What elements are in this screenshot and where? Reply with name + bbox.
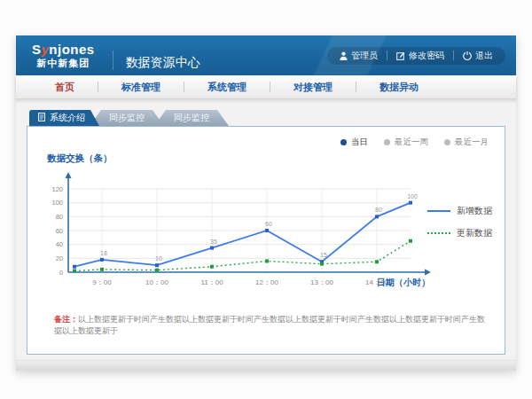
- user-menu: 管理员 修改密码 退出: [327, 47, 505, 65]
- point-label: 15: [320, 252, 327, 258]
- data-point: [73, 265, 76, 269]
- logo-text: Synjones: [32, 43, 95, 57]
- legend-item-updated-data: 更新数据: [427, 227, 492, 239]
- data-point: [100, 258, 104, 262]
- filter-label: 当日: [351, 137, 368, 148]
- y-tick-label: 20: [56, 254, 63, 262]
- x-tick-label: 13：00: [310, 278, 333, 286]
- data-point: [375, 215, 379, 218]
- footnote: 备注：以上数据更新于时间产生数据以上数据更新于时间产生数据以上数据更新于时间产生…: [54, 314, 487, 336]
- divider: [387, 51, 387, 60]
- filter-last-month[interactable]: 最近一月: [444, 137, 489, 148]
- tab-label: 同步监控: [109, 112, 145, 124]
- logout-button[interactable]: 退出: [463, 50, 493, 62]
- data-point: [265, 259, 269, 262]
- data-point: [320, 262, 324, 266]
- y-axis-arrow: [66, 172, 72, 178]
- chart-svg: 0204060801001209：0010：0011：0012：0013：001…: [33, 164, 442, 299]
- data-point: [155, 263, 159, 267]
- legend-label: 新增数据: [457, 205, 492, 217]
- point-label: 100: [407, 193, 418, 200]
- logo-suffix: njones: [49, 42, 94, 57]
- point-label: 80: [375, 207, 382, 213]
- change-password-label: 修改密码: [409, 50, 444, 62]
- filter-last-week[interactable]: 最近一周: [384, 137, 428, 148]
- y-tick-label: 120: [51, 185, 63, 193]
- data-point: [265, 229, 269, 232]
- window-footer: [16, 360, 516, 371]
- y-tick-label: 100: [51, 199, 63, 207]
- chart-legend: 新增数据 更新数据: [427, 205, 492, 239]
- radio-dot: [384, 139, 390, 145]
- nav-item-integration-management[interactable]: 对接管理: [270, 81, 356, 94]
- logo-subtitle: 新中新集团: [36, 59, 90, 69]
- point-label: 10: [155, 255, 162, 262]
- edit-icon: [396, 51, 405, 60]
- data-point: [210, 265, 214, 269]
- nav-item-standard-management[interactable]: 标准管理: [98, 81, 184, 94]
- data-point: [155, 269, 159, 272]
- x-tick-label: 11：00: [200, 278, 223, 286]
- chart-panel: 当日 最近一周 最近一月 数据交换（条） 0204060801001209：00…: [27, 126, 505, 355]
- filter-label: 最近一周: [395, 137, 428, 148]
- person-icon: [340, 51, 348, 60]
- x-tick-label: 9：00: [92, 278, 112, 286]
- logo-prefix: S: [32, 42, 42, 57]
- data-point: [375, 260, 379, 263]
- data-point: [409, 239, 412, 243]
- tab-system-intro[interactable]: 系统介绍: [29, 110, 99, 126]
- document-icon: [38, 113, 45, 123]
- content-area: 系统介绍 同步监控 同步监控 当日 最近一周: [16, 99, 516, 371]
- app-header: Synjones 新中新集团 数据资源中心 管理员 修改密码: [16, 35, 516, 75]
- x-axis-arrow: [425, 270, 431, 276]
- radio-dot: [444, 139, 450, 145]
- point-label: 35: [210, 239, 217, 245]
- series-line-1: [74, 241, 411, 271]
- data-point: [210, 246, 214, 250]
- series-line-0: [74, 203, 411, 267]
- power-icon: [463, 51, 472, 60]
- x-tick-label: 12：00: [255, 278, 278, 286]
- tab-label: 系统介绍: [50, 112, 85, 124]
- filter-today[interactable]: 当日: [340, 137, 368, 148]
- main-nav: 首页 标准管理 系统管理 对接管理 数据异动: [16, 75, 516, 99]
- nav-item-system-management[interactable]: 系统管理: [184, 81, 270, 94]
- divider: [453, 51, 454, 60]
- app-window: Synjones 新中新集团 数据资源中心 管理员 修改密码: [16, 35, 516, 371]
- y-tick-label: 80: [56, 213, 63, 221]
- radio-dot: [340, 139, 347, 145]
- time-range-filters: 当日 最近一周 最近一月: [340, 137, 489, 148]
- solid-line-icon: [427, 210, 450, 212]
- x-tick-label: 10：00: [145, 278, 168, 286]
- company-logo: Synjones 新中新集团: [32, 43, 95, 68]
- y-tick-label: 40: [56, 240, 63, 248]
- user-label: 管理员: [351, 50, 378, 62]
- nav-item-data-change[interactable]: 数据异动: [356, 81, 442, 94]
- chart-y-axis-title: 数据交换（条）: [47, 153, 113, 165]
- tab-sync-monitor-1[interactable]: 同步监控: [90, 110, 164, 126]
- point-label: 60: [265, 221, 272, 227]
- logout-label: 退出: [475, 50, 493, 62]
- tab-bar: 系统介绍 同步监控 同步监控: [29, 110, 229, 126]
- tab-sync-monitor-2[interactable]: 同步监控: [154, 110, 229, 126]
- page-title: 数据资源中心: [113, 51, 200, 70]
- footnote-label: 备注：: [54, 315, 78, 324]
- line-chart: 0204060801001209：0010：0011：0012：0013：001…: [33, 164, 442, 299]
- point-label: 18: [100, 250, 107, 256]
- data-point: [73, 269, 76, 272]
- tab-label: 同步监控: [174, 112, 209, 124]
- user-button[interactable]: 管理员: [340, 50, 378, 62]
- chart-x-axis-title: 日期（小时）: [377, 278, 430, 287]
- legend-label: 更新数据: [457, 227, 492, 239]
- filter-label: 最近一月: [455, 137, 489, 148]
- change-password-button[interactable]: 修改密码: [396, 50, 444, 62]
- dotted-line-icon: [427, 232, 450, 234]
- legend-item-new-data: 新增数据: [427, 205, 492, 217]
- data-point: [100, 268, 104, 271]
- data-point: [409, 201, 412, 205]
- y-tick-label: 60: [56, 227, 63, 235]
- footnote-text: 以上数据更新于时间产生数据以上数据更新于时间产生数据以上数据更新于时间产生数据以…: [54, 315, 485, 335]
- nav-item-home[interactable]: 首页: [32, 81, 98, 94]
- y-tick-label: 0: [59, 269, 63, 277]
